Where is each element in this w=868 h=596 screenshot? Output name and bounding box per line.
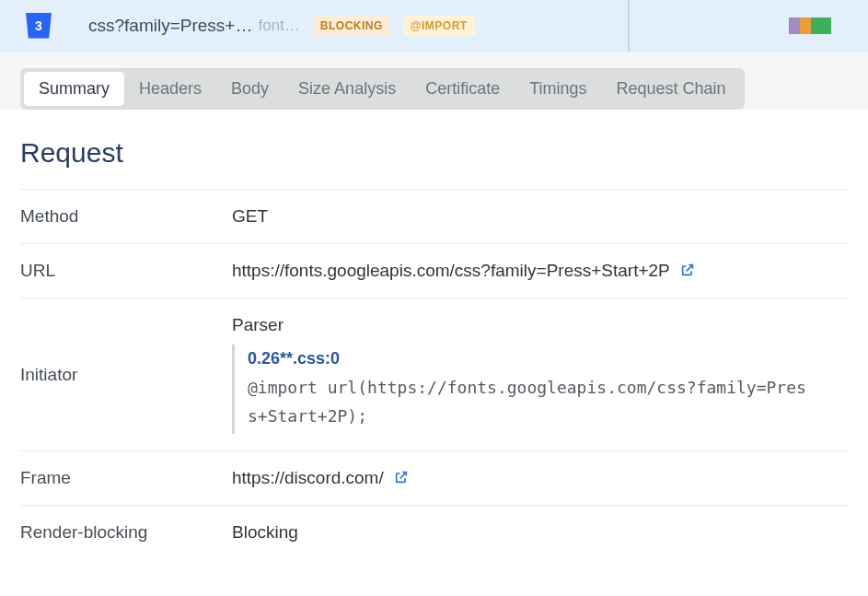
row-frame: Frame https://discord.com/ [20,451,848,506]
css-icon-label: 3 [35,18,42,33]
request-properties-table: Method GET URL https://fonts.googleapis.… [20,189,848,559]
row-render-blocking: Render-blocking Blocking [20,506,848,560]
tab-body[interactable]: Body [216,72,284,106]
label-method: Method [20,190,232,244]
value-method: GET [232,190,848,244]
initiator-block: Parser 0.26**.css:0 @import url(https://… [232,315,848,434]
tabs-container: Summary Headers Body Size Analysis Certi… [0,52,868,110]
timing-waterfall [789,17,850,35]
tab-headers[interactable]: Headers [124,72,216,106]
summary-panel: Request Method GET URL https://fonts.goo… [0,110,868,559]
badge-blocking: BLOCKING [313,16,390,36]
row-method: Method GET [20,190,848,244]
value-frame: https://discord.com/ [232,468,384,487]
tab-size-analysis[interactable]: Size Analysis [284,72,411,106]
label-render-blocking: Render-blocking [20,506,232,560]
tab-request-chain[interactable]: Request Chain [602,72,741,106]
section-title-request: Request [20,137,848,169]
value-url: https://fonts.googleapis.com/css?family=… [232,261,669,280]
initiator-source-link[interactable]: 0.26**.css:0 [248,349,340,368]
request-header-bar: 3 css?family=Press+… font… BLOCKING @IMP… [0,0,868,52]
tab-timings[interactable]: Timings [515,72,601,106]
timeline-marker [628,0,630,52]
label-frame: Frame [20,451,232,506]
value-render-blocking: Blocking [232,506,848,560]
external-link-icon[interactable] [394,470,409,485]
timing-segment-dns [789,18,800,34]
initiator-code-block: 0.26**.css:0 @import url(https://fonts.g… [232,345,848,434]
initiator-type: Parser [232,315,848,335]
external-link-icon[interactable] [680,263,695,277]
initiator-code: @import url(https://fonts.googleapis.com… [248,374,809,430]
timing-segment-download [811,18,831,34]
tab-summary[interactable]: Summary [24,72,124,106]
tab-certificate[interactable]: Certificate [411,72,515,106]
label-initiator: Initiator [20,298,232,451]
css-file-icon: 3 [26,13,52,39]
timing-segment-connect [800,18,811,34]
row-url: URL https://fonts.googleapis.com/css?fam… [20,244,848,298]
domain-hint: font… [258,17,299,35]
label-url: URL [20,244,232,298]
tabs: Summary Headers Body Size Analysis Certi… [20,68,745,110]
badge-import: @IMPORT [403,16,475,36]
row-initiator: Initiator Parser 0.26**.css:0 @import ur… [20,298,848,451]
file-name: css?family=Press+… [88,16,252,36]
